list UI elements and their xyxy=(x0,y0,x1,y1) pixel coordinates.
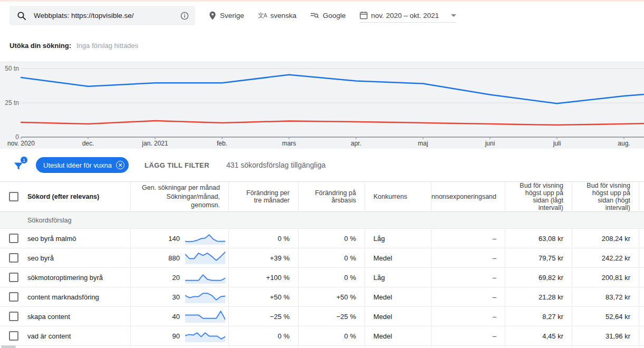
volume-value: 40 xyxy=(172,313,180,321)
volume-sparkline xyxy=(185,270,225,284)
ad-impression-share-value: – xyxy=(431,268,505,287)
volume-value: 880 xyxy=(168,254,180,262)
volume-sparkline xyxy=(185,290,225,304)
volume-value: 140 xyxy=(168,235,180,243)
change-3m-value: +50 % xyxy=(229,287,299,306)
volume-sparkline xyxy=(185,251,225,265)
filter-count-badge: 1 xyxy=(20,156,28,164)
row-checkbox[interactable] xyxy=(9,331,18,341)
competition-value: Medel xyxy=(365,287,431,306)
change-yoy-value: −25 % xyxy=(299,307,365,326)
table-header: Sökord (efter relevans) Gen. sökningar p… xyxy=(0,181,644,212)
competition-value: Låg xyxy=(365,229,431,248)
row-checkbox[interactable] xyxy=(9,234,18,243)
results-count-text: 431 sökordsförslag tillgängliga xyxy=(226,161,325,169)
bid-low-value: 79,75 kr xyxy=(505,248,572,267)
ad-impression-share-value: – xyxy=(431,287,505,306)
bid-high-value: 83,72 kr xyxy=(572,287,639,306)
svg-text:nov. 2020: nov. 2020 xyxy=(7,140,35,147)
volume-value: 30 xyxy=(172,293,180,301)
change-yoy-value: +50 % xyxy=(299,287,365,306)
table-row: skapa content 40 −25 % −25 % Medel – 8,2… xyxy=(0,307,644,326)
add-filter-button[interactable]: LÄGG TILL FILTER xyxy=(145,161,209,169)
column-header-change-yoy[interactable]: Förändring på årsbasis xyxy=(299,182,365,211)
volume-sparkline xyxy=(185,329,225,343)
search-icon xyxy=(17,11,26,21)
table-row: content marknadsföring 30 +50 % +50 % Me… xyxy=(0,287,644,307)
ad-impression-share-value: – xyxy=(431,229,505,248)
search-box[interactable]: Webbplats: https://topvisible.se/ xyxy=(9,6,195,25)
column-header-competition[interactable]: Konkurrens xyxy=(365,182,431,211)
keyword-text: seo byrå xyxy=(27,254,54,262)
ad-impression-share-value: – xyxy=(431,326,505,345)
expand-search-row: Utöka din sökning: Inga förslag hittades xyxy=(0,30,644,62)
language-setting[interactable]: 文A svenska xyxy=(258,11,296,20)
change-yoy-value: 0 % xyxy=(299,248,365,267)
svg-text:juni: juni xyxy=(485,140,495,147)
competition-value: Låg xyxy=(365,268,431,287)
network-setting[interactable]: Google xyxy=(310,12,346,20)
column-header-bid-low[interactable]: Bud för visning högst upp på sidan (lågt… xyxy=(505,182,572,211)
chevron-down-icon xyxy=(451,14,456,17)
table-row: vad är content 90 0 % 0 % Medel – 4,45 k… xyxy=(0,326,644,346)
translate-icon: 文A xyxy=(258,11,267,20)
location-pin-icon xyxy=(209,11,216,20)
column-header-volume[interactable]: Gen. sökningar per månad Sökningar/månad… xyxy=(131,182,229,211)
volume-value: 90 xyxy=(172,332,180,340)
row-checkbox[interactable] xyxy=(9,273,18,282)
search-volume-trend-chart: 50 tn25 tn0nov. 2020dec.jan. 2021feb.mar… xyxy=(0,62,644,149)
bid-low-value: 63,08 kr xyxy=(505,229,572,248)
bid-low-value: 69,82 kr xyxy=(505,268,572,287)
filter-bar: 1 Uteslut idéer för vuxna ✕ LÄGG TILL FI… xyxy=(0,149,644,181)
bid-low-value: 21,28 kr xyxy=(505,287,572,306)
keyword-text: seo byrå malmö xyxy=(27,235,76,243)
select-all-checkbox[interactable] xyxy=(9,192,18,201)
volume-sparkline xyxy=(185,310,225,323)
row-checkbox[interactable] xyxy=(9,312,18,321)
column-header-ad-impression-share[interactable]: Annonsexponeringsand xyxy=(431,182,505,211)
volume-value: 20 xyxy=(172,274,180,282)
horizontal-scrollbar-thumb[interactable] xyxy=(1,345,16,348)
svg-text:aug.: aug. xyxy=(618,140,630,147)
change-3m-value: 0 % xyxy=(229,326,299,345)
chip-remove-icon[interactable]: ✕ xyxy=(116,161,124,169)
info-icon[interactable] xyxy=(180,12,189,20)
search-input[interactable]: Webbplats: https://topvisible.se/ xyxy=(34,12,176,20)
change-3m-value: +100 % xyxy=(229,268,299,287)
svg-text:50 tn: 50 tn xyxy=(5,65,19,72)
change-3m-value: 0 % xyxy=(229,229,299,248)
bid-high-value: 242,22 kr xyxy=(572,248,639,267)
filter-chip-exclude-adult[interactable]: Uteslut idéer för vuxna ✕ xyxy=(36,157,129,173)
targeting-bar: Webbplats: https://topvisible.se/ Sverig… xyxy=(0,2,644,30)
keyword-planner-screen: Webbplats: https://topvisible.se/ Sverig… xyxy=(0,0,644,348)
ad-impression-share-value: – xyxy=(431,248,505,267)
bid-low-value: 4,45 kr xyxy=(505,326,572,345)
ad-impression-share-value: – xyxy=(431,307,505,326)
change-yoy-value: 0 % xyxy=(299,268,365,287)
svg-text:mars: mars xyxy=(282,140,296,147)
filter-funnel-icon[interactable]: 1 xyxy=(13,157,26,173)
keyword-text: sökmotoroptimering byrå xyxy=(27,274,103,282)
expand-search-label: Utöka din sökning: xyxy=(9,42,71,50)
column-header-keyword[interactable]: Sökord (efter relevans) xyxy=(0,182,131,211)
competition-value: Medel xyxy=(365,248,431,267)
bid-high-value: 200,81 kr xyxy=(572,268,639,287)
table-row: seo byrå malmö 140 0 % 0 % Låg – 63,08 k… xyxy=(0,229,644,248)
svg-text:maj: maj xyxy=(418,140,428,147)
network-label: Google xyxy=(323,12,346,20)
column-header-bid-high[interactable]: Bud för visning högst upp på sidan (högt… xyxy=(572,182,639,211)
column-header-change-3m[interactable]: Förändring per tre månader xyxy=(229,182,299,211)
location-setting[interactable]: Sverige xyxy=(209,11,244,20)
date-range-picker[interactable]: nov. 2020 – okt. 2021 xyxy=(360,11,457,23)
row-checkbox[interactable] xyxy=(9,292,18,302)
svg-text:jan. 2021: jan. 2021 xyxy=(141,140,168,147)
table-row: seo byrå 880 +39 % 0 % Medel – 79,75 kr … xyxy=(0,248,644,268)
change-3m-value: +39 % xyxy=(229,248,299,267)
svg-text:dec.: dec. xyxy=(82,140,94,147)
location-label: Sverige xyxy=(220,12,244,20)
row-checkbox[interactable] xyxy=(9,253,18,263)
keyword-text: vad är content xyxy=(27,332,71,340)
change-3m-value: −25 % xyxy=(229,307,299,326)
section-row-keyword-ideas: Sökordsförslag xyxy=(0,212,644,229)
bid-high-value: 31,96 kr xyxy=(572,326,639,345)
